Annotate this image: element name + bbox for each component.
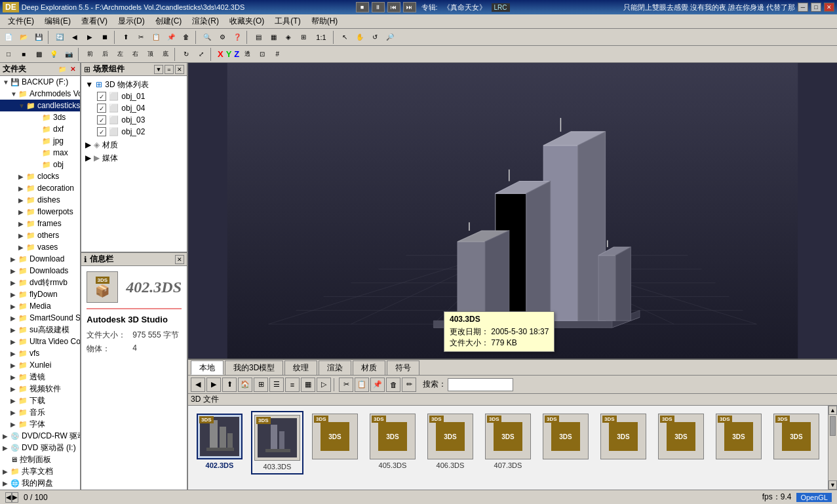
file-item-404[interactable]: 3DS 3DS (309, 411, 361, 464)
tb2-light[interactable]: 💡 (47, 47, 61, 62)
status-prev-btn[interactable]: ◀ (5, 492, 12, 503)
tb-back[interactable]: ◀ (68, 30, 82, 45)
tree-node-dvd-g[interactable]: ▶ 💿 DVD/CD-RW 驱动器 (G:) (0, 430, 80, 442)
tb-mode2[interactable]: ▦ (266, 30, 281, 45)
browser-slideshow-btn[interactable]: ▷ (317, 378, 331, 392)
checkbox-obj01[interactable]: ✓ (97, 92, 106, 101)
info-close-btn[interactable]: ✕ (175, 255, 184, 264)
tree-node-downloads[interactable]: ▶ 📁 Downloads (0, 265, 80, 277)
expand-candlesticks[interactable]: ▼ (18, 102, 26, 109)
tree-node-ultra[interactable]: ▶ 📁 Ultra Video Converter (0, 336, 80, 347)
menu-display[interactable]: 显示(D) (113, 14, 150, 28)
expand-download[interactable]: ▶ (10, 256, 18, 263)
browser-forward-btn[interactable]: ▶ (206, 378, 221, 392)
tab-symbols[interactable]: 符号 (387, 360, 419, 375)
tree-node-dxf[interactable]: 📁 dxf (0, 123, 80, 135)
browser-back-btn[interactable]: ◀ (191, 378, 205, 392)
expand-frames[interactable]: ▶ (18, 220, 26, 227)
tb-copy[interactable]: 📋 (149, 30, 163, 45)
tree-node-flowerpots[interactable]: ▶ 📁 flowerpots (0, 206, 80, 218)
music-pause-btn[interactable]: ⏸ (372, 2, 385, 12)
scene-materials-expand[interactable]: ▶ (85, 140, 91, 149)
tree-node-mynet[interactable]: ▶ 🌐 我的网盘 (0, 477, 80, 489)
browser-rename-btn[interactable]: ✏ (402, 378, 416, 392)
tb-select[interactable]: ↖ (338, 30, 352, 45)
tb-open[interactable]: 📂 (16, 30, 31, 45)
scene-item-obj01[interactable]: ✓ ⬜ obj_01 (84, 90, 184, 102)
expand-jing[interactable]: ▶ (10, 374, 18, 381)
tb-delete[interactable]: 🗑 (179, 30, 193, 45)
expand-dvd-rmvb[interactable]: ▶ (10, 279, 18, 286)
tree-node-others[interactable]: ▶ 📁 others (0, 229, 80, 241)
tb2-fit[interactable]: ⊡ (255, 47, 269, 62)
tree-node-xunlei[interactable]: ▶ 📁 Xunlei (0, 359, 80, 371)
scene-item-obj03[interactable]: ✓ ⬜ obj_03 (84, 114, 184, 126)
tab-3d-models[interactable]: 我的3D模型 (225, 360, 283, 375)
expand-xiazai[interactable]: ▶ (10, 397, 18, 404)
tree-node-share[interactable]: ▶ 📁 共享文档 (0, 465, 80, 477)
scroll-thumb[interactable] (830, 416, 836, 436)
menu-view[interactable]: 查看(V) (76, 14, 113, 28)
file-item-409[interactable]: 3DS 3DS (597, 411, 650, 464)
scene-refresh-btn[interactable]: = (165, 65, 174, 74)
expand-downloads[interactable]: ▶ (10, 267, 18, 275)
tree-node-vfs[interactable]: ▶ 📁 vfs (0, 347, 80, 359)
menu-create[interactable]: 创建(C) (150, 14, 187, 28)
file-item-407[interactable]: 3DS 3DS 407.3DS (482, 411, 534, 472)
tb-mode1[interactable]: ▤ (251, 30, 265, 45)
tb2-grid[interactable]: # (270, 47, 284, 62)
tree-node-vases[interactable]: ▶ 📁 vases (0, 241, 80, 253)
tab-render[interactable]: 渲染 (319, 360, 351, 375)
tb-forward[interactable]: ▶ (83, 30, 97, 45)
expand-media[interactable]: ▶ (10, 303, 18, 310)
expand-ziti[interactable]: ▶ (10, 421, 18, 428)
file-grid-scrollbar[interactable]: ▲ ▼ (828, 406, 837, 490)
menu-tools[interactable]: 工具(T) (269, 14, 305, 28)
tree-node-clocks[interactable]: ▶ 📁 clocks (0, 170, 80, 182)
expand-share[interactable]: ▶ (3, 468, 10, 475)
scene-expand-btn[interactable]: ▼ (154, 65, 163, 74)
tree-node-xiazai[interactable]: ▶ 📁 下载 (0, 395, 80, 406)
expand-dvd-g[interactable]: ▶ (3, 433, 10, 440)
music-prev-btn[interactable]: ⏮ (387, 2, 400, 12)
expand-decoration[interactable]: ▶ (18, 185, 26, 192)
menu-edit[interactable]: 编辑(E) (39, 14, 76, 28)
expand-ultra[interactable]: ▶ (10, 338, 18, 345)
scroll-up-arrow[interactable]: ▲ (828, 406, 837, 415)
tb-new[interactable]: 📄 (1, 30, 16, 45)
tb2-bottom[interactable]: 底 (158, 47, 172, 62)
tb2-front[interactable]: 前 (83, 47, 97, 62)
scene-group-materials-header[interactable]: ▶ ◈ 材质 (84, 139, 184, 151)
tree-node-flydown[interactable]: ▶ 📁 flyDown (0, 288, 80, 300)
browser-delete-btn[interactable]: 🗑 (386, 378, 400, 392)
lph-close[interactable]: ✕ (68, 65, 77, 74)
tb-search[interactable]: 🔍 (200, 30, 214, 45)
tb2-wireframe[interactable]: □ (1, 47, 16, 62)
music-stop-btn[interactable]: ■ (356, 2, 369, 12)
tree-node-media[interactable]: ▶ 📁 Media (0, 300, 80, 312)
tb2-rotate[interactable]: ↻ (179, 47, 193, 62)
tree-node-decoration[interactable]: ▶ 📁 decoration (0, 182, 80, 194)
expand-su[interactable]: ▶ (10, 326, 18, 334)
tb2-left[interactable]: 左 (113, 47, 127, 62)
expand-archmodels[interactable]: ▼ (10, 90, 18, 98)
expand-backup[interactable]: ▼ (3, 79, 10, 86)
tree-node-frames[interactable]: ▶ 📁 frames (0, 218, 80, 229)
tree-node-3ds[interactable]: 📁 3ds (0, 111, 80, 123)
tb-pan[interactable]: ✋ (353, 30, 367, 45)
tree-node-ctrl[interactable]: 🖥 控制面板 (0, 454, 80, 465)
tree-node-jing[interactable]: ▶ 📁 透镜 (0, 371, 80, 383)
scene-group-media-header[interactable]: ▶ ▶ 媒体 (84, 152, 184, 164)
tb-properties[interactable]: ⚙ (215, 30, 229, 45)
tb-refresh[interactable]: 🔄 (52, 30, 67, 45)
menu-help[interactable]: 帮助(H) (306, 14, 343, 28)
lrc-badge[interactable]: LRC (492, 3, 510, 12)
tb-up[interactable]: ⬆ (119, 30, 133, 45)
browser-grid-btn[interactable]: ⊞ (254, 378, 268, 392)
browser-detail-btn[interactable]: ≡ (285, 378, 300, 392)
tree-node-ziti[interactable]: ▶ 📁 字体 (0, 418, 80, 430)
tb2-top[interactable]: 顶 (143, 47, 157, 62)
minimize-btn[interactable]: ─ (798, 3, 808, 12)
expand-mynet[interactable]: ▶ (3, 480, 10, 487)
file-item-405[interactable]: 3DS 3DS 405.3DS (366, 411, 419, 472)
